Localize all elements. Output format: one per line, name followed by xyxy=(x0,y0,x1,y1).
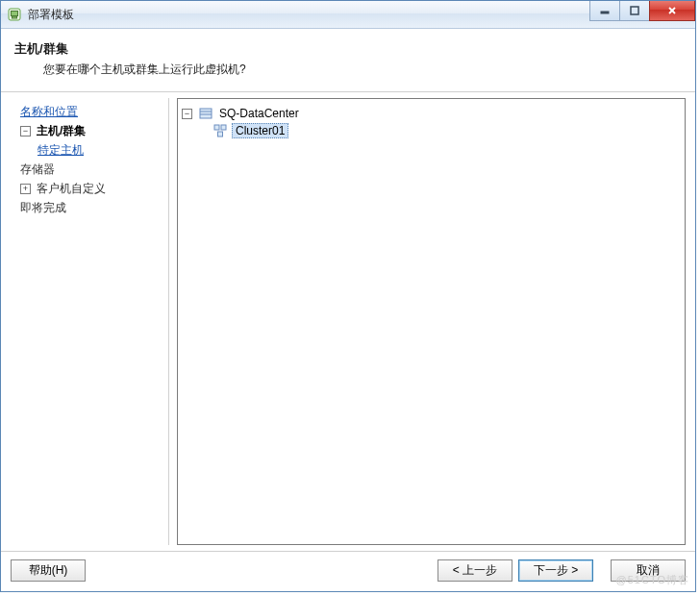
back-button[interactable]: < 上一步 xyxy=(438,559,512,582)
svg-rect-1 xyxy=(12,12,18,16)
minimize-button[interactable] xyxy=(589,1,620,21)
step-subtitle: 您要在哪个主机或群集上运行此虚拟机? xyxy=(43,62,682,78)
collapse-icon[interactable]: − xyxy=(20,126,31,137)
sidebar-item-label: 存储器 xyxy=(20,160,55,179)
sidebar-item-label: 客户机自定义 xyxy=(37,179,106,198)
cluster-icon xyxy=(212,123,228,138)
svg-rect-11 xyxy=(221,125,226,130)
tree-node-cluster[interactable]: Cluster01 xyxy=(212,122,681,139)
svg-rect-2 xyxy=(12,16,17,18)
sidebar-item-specific-host[interactable]: 特定主机 xyxy=(20,140,157,160)
collapse-icon[interactable]: − xyxy=(182,109,192,119)
datacenter-icon xyxy=(198,106,213,121)
expand-icon[interactable]: + xyxy=(20,184,31,194)
window-title: 部署模板 xyxy=(28,7,74,23)
sidebar-item-name-location[interactable]: 名称和位置 xyxy=(20,102,157,121)
sidebar-item-storage[interactable]: 存储器 xyxy=(20,160,157,179)
wizard-body: 名称和位置 − 主机/群集 特定主机 存储器 + 客户机自定义 即将完成 xyxy=(1,92,695,551)
tree-node-datacenter[interactable]: − SQ-DataCenter xyxy=(182,105,681,122)
window-controls xyxy=(590,1,695,20)
tree-node-label: SQ-DataCenter xyxy=(217,107,301,120)
sidebar-item-guest-custom[interactable]: + 客户机自定义 xyxy=(20,179,157,198)
sidebar-item-label: 名称和位置 xyxy=(20,102,78,121)
svg-rect-10 xyxy=(214,125,219,130)
wizard-header: 主机/群集 您要在哪个主机或群集上运行此虚拟机? xyxy=(1,29,695,91)
close-button[interactable] xyxy=(649,1,695,21)
sidebar-item-label: 即将完成 xyxy=(20,198,66,217)
vertical-divider xyxy=(168,98,169,545)
sidebar-item-ready[interactable]: 即将完成 xyxy=(20,198,157,217)
button-bar: 帮助(H) < 上一步 下一步 > 取消 xyxy=(1,551,695,591)
tree-node-label: Cluster01 xyxy=(232,123,288,138)
svg-rect-12 xyxy=(218,132,223,137)
dialog-window: 部署模板 主机/群集 您要在哪个主机或群集上运行此虚拟机? 名称和位置 − 主机… xyxy=(0,0,696,592)
step-sidebar: 名称和位置 − 主机/群集 特定主机 存储器 + 客户机自定义 即将完成 xyxy=(11,98,161,545)
svg-rect-7 xyxy=(200,109,212,118)
sidebar-item-label: 主机/群集 xyxy=(37,121,86,140)
titlebar: 部署模板 xyxy=(1,1,695,29)
next-button[interactable]: 下一步 > xyxy=(518,559,593,582)
maximize-button[interactable] xyxy=(619,1,650,21)
sidebar-item-label: 特定主机 xyxy=(38,140,84,160)
svg-rect-3 xyxy=(601,12,609,13)
cancel-button[interactable]: 取消 xyxy=(611,559,686,582)
svg-rect-4 xyxy=(631,7,638,14)
help-button[interactable]: 帮助(H) xyxy=(11,559,86,582)
inventory-tree[interactable]: − SQ-DataCenter xyxy=(177,98,686,545)
step-title: 主机/群集 xyxy=(14,40,682,58)
sidebar-item-host-cluster[interactable]: − 主机/群集 xyxy=(20,121,157,140)
app-icon xyxy=(7,7,22,22)
